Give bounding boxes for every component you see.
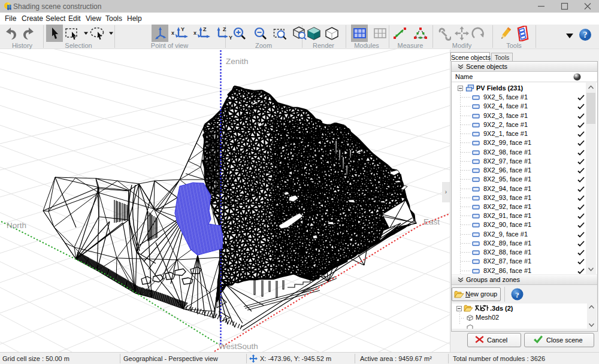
svg-text:x: x (193, 30, 196, 36)
svg-text:x: x (171, 30, 174, 36)
svg-text:?: ? (515, 290, 519, 299)
svg-text:?: ? (583, 31, 588, 40)
svg-text:Zenith: Zenith (226, 57, 249, 66)
svg-text:Z: Z (203, 26, 207, 32)
svg-text:Y: Y (229, 35, 232, 41)
svg-text:WestSouth: WestSouth (219, 342, 258, 351)
svg-text:Y: Y (181, 26, 184, 32)
svg-text:North: North (7, 221, 26, 230)
svg-text:Z: Z (223, 26, 226, 32)
svg-text:East: East (423, 217, 440, 226)
